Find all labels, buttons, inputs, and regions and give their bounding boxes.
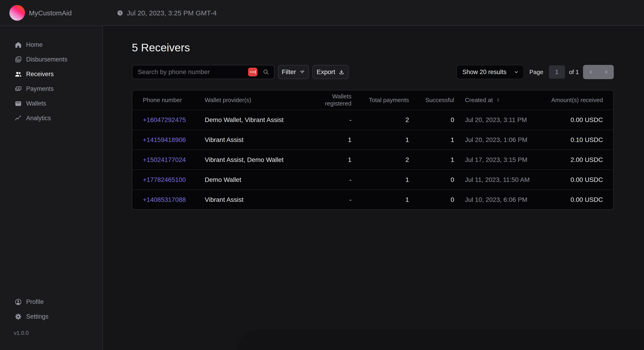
created-at-cell: Jul 20, 2023, 1:06 PM [454,136,550,144]
profile-icon [14,298,22,306]
search-box [132,65,274,79]
phone-link[interactable]: +14159418906 [143,136,186,143]
table-row: +16047292475 Demo Wallet, Vibrant Assist… [132,110,613,130]
search-icon[interactable] [262,69,270,76]
chevron-right-icon [604,70,609,75]
filter-button[interactable]: Filter [278,65,309,79]
topbar: MyCustomAid Jul 20, 2023, 3:25 PM GMT-4 [0,0,644,26]
wallets-registered-cell: - [309,196,352,203]
table-header-row: Phone number Wallet provider(s) Wallets … [132,90,613,110]
pager-buttons [583,65,614,79]
total-payments-cell: 1 [352,136,409,144]
analytics-icon [14,114,22,122]
wallet-providers-cell: Vibrant Assist [205,196,309,203]
total-payments-cell: 1 [352,176,409,183]
amount-cell: 0.10 USDC [550,136,603,144]
wallet-providers-cell: Demo Wallet [205,176,309,183]
app-logo [10,5,25,21]
col-total-payments: Total payments [352,97,409,104]
prev-page-button[interactable] [583,65,598,79]
col-phone-number: Phone number [143,97,205,104]
table-row: +17782465100 Demo Wallet - 1 0 Jul 11, 2… [132,169,613,189]
wallets-registered-cell: 1 [309,136,352,144]
disbursements-icon [14,56,22,63]
successful-cell: 0 [409,116,454,124]
page-title: 5 Receivers [132,41,614,54]
sidebar-item-analytics[interactable]: Analytics [0,111,102,125]
pagination-controls: Show 20 results Page of 1 [456,65,614,79]
chevron-down-icon [513,69,519,75]
phone-link[interactable]: +14085317088 [143,196,186,203]
created-at-cell: Jul 20, 2023, 3:11 PM [454,116,550,124]
wallet-providers-cell: Demo Wallet, Vibrant Assist [205,116,309,124]
page-input[interactable] [549,65,565,79]
chevron-left-icon [588,70,593,75]
footer-panel-edge [237,330,644,350]
amount-cell: 0.00 USDC [550,196,603,203]
download-icon [338,69,344,75]
search-input[interactable] [138,68,246,76]
wallets-registered-cell: - [309,116,352,124]
successful-cell: 0 [409,176,454,183]
phone-link[interactable]: +15024177024 [143,156,186,163]
sidebar-item-wallets[interactable]: Wallets [0,96,102,111]
created-at-cell: Jul 17, 2023, 3:15 PM [454,156,550,164]
col-wallet-providers: Wallet provider(s) [205,97,309,104]
sidebar-item-home[interactable]: Home [0,37,102,52]
successful-cell: 0 [409,196,454,203]
amount-cell: 0.00 USDC [550,116,603,124]
app-name: MyCustomAid [29,0,72,26]
phone-link[interactable]: +17782465100 [143,176,186,183]
created-at-cell: Jul 11, 2023, 11:50 AM [454,176,550,183]
sidebar-item-settings[interactable]: Settings [0,309,102,324]
receivers-table: Phone number Wallet provider(s) Wallets … [132,90,614,210]
page-label: Page [529,69,543,76]
col-amounts-received: Amount(s) received [550,97,603,104]
table-row: +14159418906 Vibrant Assist 1 1 1 Jul 20… [132,130,613,150]
export-button[interactable]: Export [312,65,349,79]
gear-icon [14,313,22,320]
col-created-at[interactable]: Created at [454,97,550,104]
clock-icon [117,10,123,16]
amount-cell: 2.00 USDC [550,156,603,164]
sidebar: Home Disbursements Receivers [0,26,103,350]
main-content: 5 Receivers Filter [104,26,644,350]
successful-cell: 1 [409,156,454,164]
phone-link[interactable]: +16047292475 [143,116,186,123]
password-manager-icon[interactable] [248,68,258,76]
filter-icon [299,69,305,75]
sidebar-item-disbursements[interactable]: Disbursements [0,52,102,67]
created-at-cell: Jul 10, 2023, 6:06 PM [454,196,550,203]
toolbar: Filter Export Show 20 results Page of [132,65,614,79]
show-results-dropdown[interactable]: Show 20 results [456,65,524,79]
next-page-button[interactable] [598,65,614,79]
wallets-registered-cell: - [309,176,352,183]
wallets-registered-cell: 1 [309,156,352,164]
successful-cell: 1 [409,136,454,144]
sort-icon[interactable] [496,98,501,103]
amount-cell: 0.00 USDC [550,176,603,183]
col-successful: Successful [409,97,454,104]
receivers-icon [14,70,22,78]
table-row: +15024177024 Vibrant Assist, Demo Wallet… [132,150,613,169]
total-payments-cell: 1 [352,196,409,203]
total-payments-cell: 2 [352,116,409,124]
app-version: v1.0.0 [0,330,102,336]
sidebar-item-payments[interactable]: Payments [0,81,102,96]
page-total-label: of 1 [569,69,579,76]
wallet-providers-cell: Vibrant Assist [205,136,309,144]
wallet-providers-cell: Vibrant Assist, Demo Wallet [205,156,309,164]
sidebar-item-receivers[interactable]: Receivers [0,67,102,81]
total-payments-cell: 2 [352,156,409,164]
wallet-icon [14,100,22,107]
table-row: +14085317088 Vibrant Assist - 1 0 Jul 10… [132,189,613,209]
payments-icon [14,85,22,93]
sidebar-item-profile[interactable]: Profile [0,294,102,309]
current-datetime: Jul 20, 2023, 3:25 PM GMT-4 [127,9,217,17]
col-wallets-registered: Wallets registered [309,93,352,107]
home-icon [14,41,22,49]
